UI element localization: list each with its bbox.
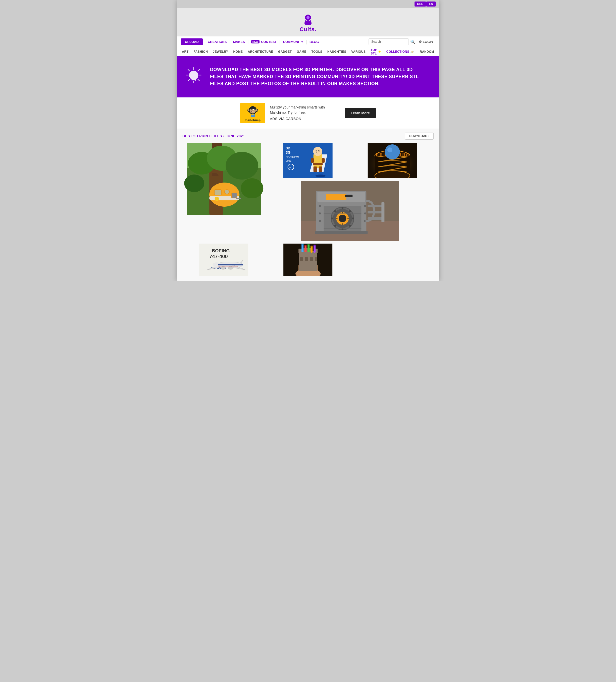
grid-item-gears[interactable]	[351, 143, 434, 179]
cat-game[interactable]: GAME	[294, 50, 309, 53]
svg-point-98	[342, 228, 344, 230]
cat-art[interactable]: ART	[179, 50, 191, 53]
svg-point-104	[349, 225, 351, 227]
svg-point-80	[384, 144, 400, 159]
grid-item-anime[interactable]: 3D 3G 3D-SHOW 2021 ∞	[267, 143, 349, 179]
machine-image	[267, 181, 434, 241]
svg-point-29	[226, 152, 258, 180]
cat-gadget[interactable]: GADGET	[276, 50, 294, 53]
cat-various[interactable]: VARIOUS	[349, 50, 368, 53]
hero-bulb-icon	[185, 66, 202, 87]
download-button[interactable]: DOWNLOAD ›	[405, 133, 434, 140]
svg-point-65	[316, 176, 320, 177]
svg-point-103	[334, 225, 336, 227]
ad-brand-text: mailchimp	[245, 118, 261, 121]
upload-button[interactable]: UPLOAD	[181, 39, 203, 45]
svg-rect-110	[381, 202, 384, 222]
nav-item-creations[interactable]: CREATIONS	[205, 40, 229, 44]
cat-jewelry[interactable]: JEWELRY	[210, 50, 230, 53]
svg-rect-145	[308, 244, 309, 245]
ad-meta: ADS VIA CARBON	[270, 116, 340, 121]
nav-item-blog[interactable]: BLOG	[307, 40, 322, 44]
cat-top-stl[interactable]: TOP STL ✦	[368, 48, 383, 55]
svg-text:∞: ∞	[289, 166, 291, 168]
cat-collections[interactable]: COLLECTIONS 🪐	[384, 50, 417, 54]
svg-point-14	[248, 109, 249, 111]
svg-text:BOEING: BOEING	[212, 248, 229, 253]
svg-point-88	[319, 205, 321, 207]
svg-rect-79	[406, 154, 408, 156]
search-input[interactable]	[369, 39, 409, 45]
nav-item-makes[interactable]: MAKES	[230, 40, 247, 44]
svg-rect-144	[305, 245, 307, 246]
ad-copy: Multiply your marketing smarts with Mail…	[270, 105, 340, 121]
ad-headline: Multiply your marketing smarts with Mail…	[270, 105, 340, 115]
search-area: 🔍 ⚙ LOGIN	[369, 39, 435, 45]
svg-line-62	[318, 150, 320, 151]
svg-point-64	[322, 176, 325, 177]
svg-point-89	[319, 212, 321, 214]
svg-rect-72	[380, 153, 381, 156]
svg-point-100	[352, 218, 354, 220]
currency-btn[interactable]: USD	[415, 1, 426, 6]
header: Cults.	[177, 8, 439, 36]
svg-rect-53	[313, 163, 323, 165]
ad-logo: mailchimp	[240, 103, 265, 123]
grid-item-birdhouse[interactable]	[182, 143, 265, 242]
svg-rect-35	[214, 189, 221, 195]
svg-rect-52	[313, 154, 322, 168]
svg-text:3D: 3D	[286, 146, 290, 150]
svg-text:3G: 3G	[286, 151, 291, 154]
grid-item-machine[interactable]	[267, 181, 434, 242]
svg-rect-146	[310, 246, 312, 247]
section-title: BEST 3D PRINT FILES • JUNE 2021	[182, 134, 245, 138]
svg-text:747-400: 747-400	[209, 254, 227, 259]
cat-random[interactable]: RANDOM	[417, 50, 437, 53]
svg-point-81	[387, 147, 392, 153]
svg-text:2021: 2021	[286, 159, 292, 162]
anime-image: 3D 3G 3D-SHOW 2021 ∞	[267, 143, 349, 178]
cat-tools[interactable]: TOOLS	[309, 50, 325, 53]
svg-point-15	[256, 109, 258, 111]
svg-line-8	[188, 79, 190, 81]
svg-point-20	[254, 109, 255, 110]
hero-text: DOWNLOAD THE BEST 3D MODELS FOR 3D PRINT…	[210, 66, 423, 87]
login-button[interactable]: ⚙ LOGIN	[417, 40, 435, 44]
cat-fashion[interactable]: FASHION	[191, 50, 210, 53]
svg-rect-123	[218, 266, 238, 267]
svg-line-6	[198, 79, 199, 81]
grid-item-airplane[interactable]: BOEING 747-400 AIR FRANCE	[182, 244, 265, 277]
top-bar: USD EN	[177, 0, 439, 8]
cat-architecture[interactable]: ARCHITECTURE	[245, 50, 276, 53]
svg-rect-138	[302, 244, 304, 252]
svg-rect-38	[236, 198, 241, 199]
svg-rect-122	[218, 265, 243, 266]
nav-item-contest[interactable]: NEW CONTEST	[249, 40, 279, 44]
svg-point-19	[251, 109, 252, 110]
nav-item-community[interactable]: COMMUNITY	[281, 40, 306, 44]
logo[interactable]: Cults.	[300, 13, 316, 32]
svg-point-90	[319, 220, 321, 222]
learn-more-button[interactable]: Learn More	[345, 108, 376, 118]
image-grid: 3D 3G 3D-SHOW 2021 ∞	[182, 143, 434, 277]
svg-point-58	[313, 147, 322, 156]
svg-point-22	[252, 110, 254, 111]
top-bar-buttons: USD EN	[415, 1, 436, 6]
search-icon-button[interactable]: 🔍	[410, 40, 415, 44]
grid-item-pencil-holder[interactable]	[267, 244, 349, 277]
svg-point-30	[184, 175, 204, 192]
svg-rect-109	[368, 217, 383, 220]
svg-rect-87	[345, 195, 353, 197]
nav-bar: UPLOAD CREATIONS | MAKES | NEW CONTEST |…	[177, 36, 439, 47]
pencil-holder-image	[267, 244, 349, 276]
svg-rect-143	[302, 244, 304, 245]
svg-rect-36	[224, 189, 229, 194]
svg-point-91	[364, 205, 366, 207]
svg-rect-108	[368, 211, 383, 213]
language-btn[interactable]: EN	[426, 1, 436, 6]
svg-rect-107	[368, 205, 383, 207]
svg-point-97	[342, 207, 344, 209]
cat-home[interactable]: HOME	[230, 50, 245, 53]
cat-naughties[interactable]: NAUGHTIES	[325, 50, 349, 53]
planet-icon: 🪐	[410, 50, 415, 54]
